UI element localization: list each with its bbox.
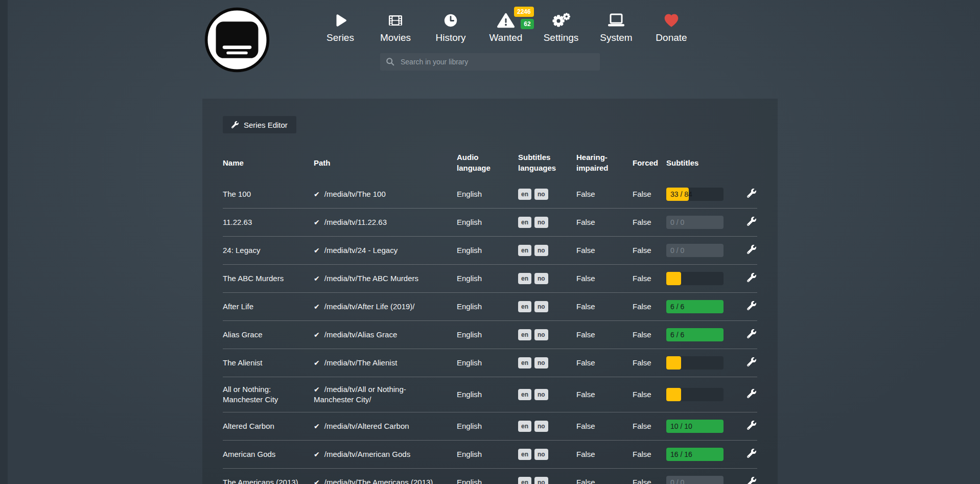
wrench-icon (747, 301, 756, 310)
check-icon: ✔ (314, 478, 320, 484)
edit-series-button[interactable] (747, 449, 756, 459)
subtitles-progress-fill (666, 272, 681, 285)
edit-series-button[interactable] (747, 273, 756, 284)
edit-series-button[interactable] (747, 301, 756, 312)
col-header-subtitles: Subtitles (666, 152, 735, 180)
series-name[interactable]: 24: Legacy (223, 246, 260, 255)
series-name[interactable]: The 100 (223, 190, 251, 198)
subtitles-progress-label: 0 / 0 (670, 476, 684, 484)
subtitles-progress-fill (666, 356, 681, 370)
wrench-icon (747, 273, 756, 282)
subtitles-progress-label: 33 / 84 (670, 188, 692, 201)
edit-series-button[interactable] (747, 357, 756, 368)
language-badge: en (518, 329, 531, 340)
series-name[interactable]: The Alienist (223, 358, 263, 367)
nav-label: Series (326, 32, 354, 43)
audio-language-value: English (457, 469, 518, 484)
nav-item-history[interactable]: History (428, 11, 473, 43)
check-icon: ✔ (314, 303, 320, 311)
edit-series-button[interactable] (747, 477, 756, 484)
audio-language-value: English (457, 441, 518, 469)
nav-item-system[interactable]: System (594, 11, 639, 43)
series-name[interactable]: All or Nothing: Manchester City (223, 385, 278, 404)
subtitles-languages-badges: enno (518, 441, 576, 469)
subtitles-progress-bar: 6 / 6 (666, 328, 724, 341)
edit-series-button[interactable] (747, 389, 756, 400)
audio-language-value: English (457, 237, 518, 265)
series-path: /media/tv/The ABC Murders (324, 274, 418, 283)
subtitles-progress-bar: 0 / 0 (666, 216, 724, 229)
subtitles-progress-bar: 10 / 10 (666, 420, 724, 433)
nav-item-series[interactable]: Series (318, 11, 363, 43)
language-badge: no (534, 189, 548, 200)
nav-item-donate[interactable]: Donate (649, 11, 694, 43)
series-name[interactable]: Altered Carbon (223, 422, 274, 430)
series-path: /media/tv/The Alienist (324, 358, 398, 367)
audio-language-value: English (457, 412, 518, 441)
check-icon: ✔ (314, 359, 320, 367)
series-path: /media/tv/The 100 (324, 190, 386, 198)
wanted-badges: 2246 62 (514, 7, 534, 29)
audio-language-value: English (457, 349, 518, 377)
subtitles-progress-bar: 0 / 0 (666, 244, 724, 257)
nav-label: Settings (544, 32, 579, 43)
series-row: Altered Carbon ✔/media/tv/Altered Carbon… (223, 412, 757, 441)
language-badge: no (534, 449, 548, 460)
edit-series-button[interactable] (747, 421, 756, 431)
subtitles-languages-badges: enno (518, 293, 576, 321)
series-path: /media/tv/11.22.63 (324, 218, 387, 226)
language-badge: no (534, 273, 548, 284)
edit-series-button[interactable] (747, 189, 756, 199)
forced-value: False (633, 209, 666, 237)
nav-item-wanted[interactable]: Wanted 2246 62 (483, 11, 528, 43)
series-table: Name Path Audio language Subtitles langu… (223, 152, 757, 484)
hearing-impaired-value: False (576, 237, 633, 265)
edit-series-button[interactable] (747, 329, 756, 340)
hearing-impaired-value: False (576, 441, 633, 469)
subtitles-progress-label: 10 / 10 (670, 420, 692, 433)
nav-item-movies[interactable]: Movies (373, 11, 418, 43)
language-badge: en (518, 189, 531, 200)
edit-series-button[interactable] (747, 245, 756, 256)
series-editor-button[interactable]: Series Editor (223, 116, 296, 133)
language-badge: no (534, 477, 548, 484)
search-box (380, 53, 600, 71)
col-header-name: Name (223, 152, 314, 180)
forced-value: False (633, 321, 666, 349)
col-header-hearing-impaired: Hearing-impaired (576, 152, 633, 180)
series-path: /media/tv/24 - Legacy (324, 246, 398, 255)
language-badge: en (518, 357, 531, 368)
window-edge (0, 0, 8, 484)
audio-language-value: English (457, 377, 518, 412)
series-name[interactable]: American Gods (223, 450, 275, 458)
subtitles-progress-bar (666, 356, 724, 370)
subtitles-languages-badges: enno (518, 265, 576, 293)
check-icon: ✔ (314, 190, 320, 198)
language-badge: en (518, 449, 531, 460)
series-name[interactable]: The Americans (2013) (223, 478, 298, 484)
check-icon: ✔ (314, 385, 320, 394)
series-path: /media/tv/All or Nothing- Manchester Cit… (314, 385, 406, 404)
wrench-icon (747, 245, 756, 254)
col-header-subtitles-languages: Subtitles languages (518, 152, 576, 180)
wrench-icon (747, 357, 756, 366)
edit-series-button[interactable] (747, 217, 756, 227)
forced-value: False (633, 180, 666, 209)
subtitles-progress-fill (666, 388, 681, 401)
subtitles-progress-label: 0 / 0 (670, 244, 684, 257)
subtitles-progress-bar: 33 / 84 (666, 188, 724, 201)
search-input[interactable] (400, 57, 594, 66)
subtitles-progress-bar (666, 388, 724, 401)
series-row: The ABC Murders ✔/media/tv/The ABC Murde… (223, 265, 757, 293)
series-name[interactable]: Alias Grace (223, 330, 263, 339)
main-nav: Series Movies (318, 11, 704, 43)
clock-icon (443, 11, 458, 30)
col-header-forced: Forced (633, 152, 666, 180)
nav-item-settings[interactable]: Settings (539, 11, 584, 43)
series-name[interactable]: After Life (223, 302, 253, 311)
table-header-row: Name Path Audio language Subtitles langu… (223, 152, 757, 180)
series-name[interactable]: 11.22.63 (223, 218, 252, 226)
wanted-count-badge: 2246 (514, 7, 534, 17)
series-name[interactable]: The ABC Murders (223, 274, 284, 283)
subtitles-languages-badges: enno (518, 180, 576, 209)
